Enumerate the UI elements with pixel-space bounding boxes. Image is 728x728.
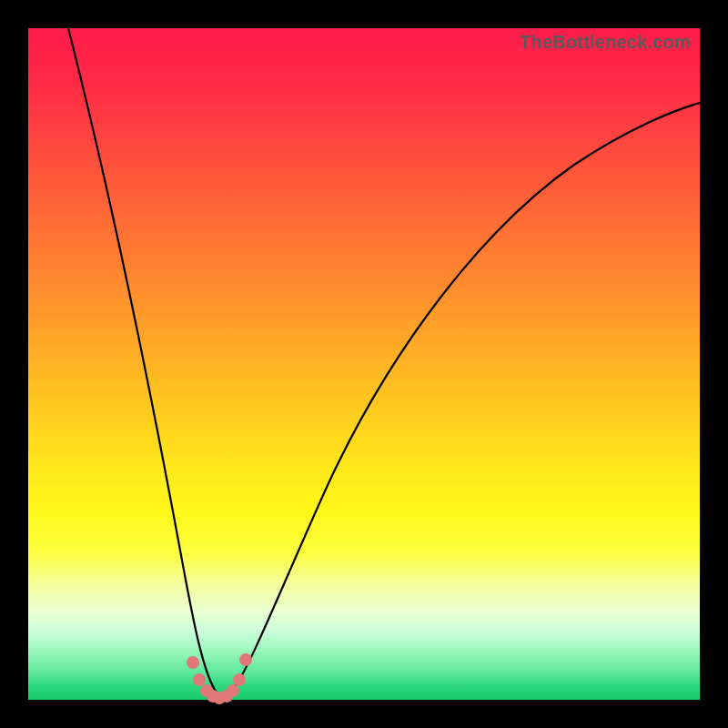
svg-point-6	[227, 684, 239, 697]
svg-point-8	[239, 653, 252, 666]
curve-layer	[28, 28, 700, 700]
svg-point-0	[187, 656, 199, 669]
bottleneck-curve	[68, 28, 700, 695]
svg-point-7	[233, 673, 246, 686]
svg-point-1	[193, 673, 206, 686]
trough-dots	[187, 653, 252, 704]
plot-area: TheBottleneck.com	[28, 28, 700, 700]
chart-stage: TheBottleneck.com	[0, 0, 728, 728]
